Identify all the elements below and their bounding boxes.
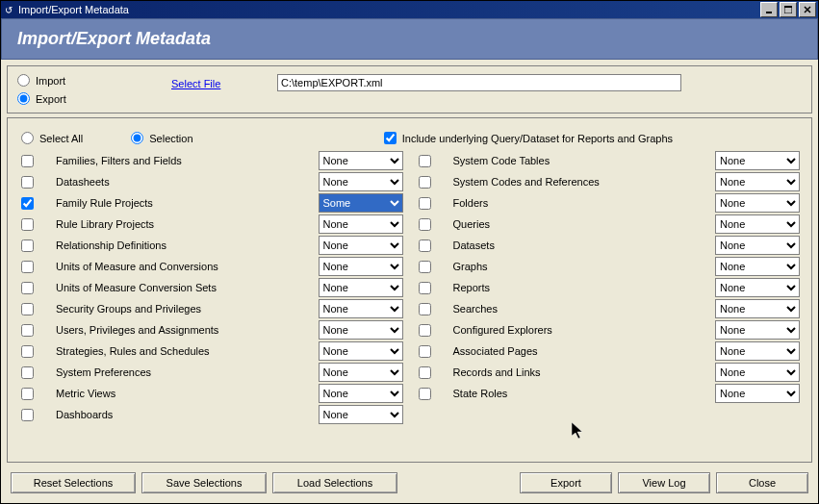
right-row: SearchesNoneSomeAll xyxy=(415,298,803,319)
view-log-button[interactable]: View Log xyxy=(618,472,710,493)
left-select[interactable]: NoneSomeAll xyxy=(319,363,403,382)
right-row: GraphsNoneSomeAll xyxy=(415,256,803,277)
left-select[interactable]: NoneSomeAll xyxy=(319,151,403,170)
svg-rect-2 xyxy=(784,6,792,8)
file-path-input[interactable] xyxy=(277,74,681,91)
load-selections-button[interactable]: Load Selections xyxy=(272,472,397,493)
right-label: System Code Tables xyxy=(453,155,716,166)
right-select[interactable]: NoneSomeAll xyxy=(715,214,800,234)
left-checkbox[interactable] xyxy=(21,282,34,294)
export-button[interactable]: Export xyxy=(520,472,612,493)
right-checkbox[interactable] xyxy=(419,261,431,273)
import-radio-label: Import xyxy=(36,75,65,87)
right-select[interactable]: NoneSomeAll xyxy=(715,236,800,255)
right-row: Records and LinksNoneSomeAll xyxy=(415,362,803,383)
left-checkbox[interactable] xyxy=(21,303,34,315)
right-label: Searches xyxy=(453,303,716,315)
import-radio[interactable]: Import xyxy=(17,74,171,87)
left-checkbox[interactable] xyxy=(21,176,34,189)
right-checkbox[interactable] xyxy=(419,176,431,189)
minimize-button[interactable] xyxy=(760,2,778,17)
left-select[interactable]: NoneSomeAll xyxy=(319,236,403,255)
left-select[interactable]: NoneSomeAll xyxy=(319,341,403,361)
left-row: DatasheetsNoneSomeAll xyxy=(17,171,405,192)
left-select[interactable]: NoneSomeAll xyxy=(319,320,403,340)
left-row: Units of Measure Conversion SetsNoneSome… xyxy=(17,277,405,298)
right-checkbox[interactable] xyxy=(419,197,431,210)
left-checkbox[interactable] xyxy=(21,197,34,210)
right-select[interactable]: NoneSomeAll xyxy=(715,257,800,276)
right-checkbox[interactable] xyxy=(419,218,431,231)
selection-label: Selection xyxy=(149,133,192,144)
selection-panel: Select All Selection Include underlying … xyxy=(7,117,812,463)
right-checkbox[interactable] xyxy=(419,345,431,358)
right-select[interactable]: NoneSomeAll xyxy=(715,384,800,403)
left-row: Security Groups and PrivilegesNoneSomeAl… xyxy=(17,298,405,319)
left-row: Relationship DefinitionsNoneSomeAll xyxy=(17,235,405,256)
left-checkbox[interactable] xyxy=(21,239,34,252)
left-select[interactable]: NoneSomeAll xyxy=(319,299,403,318)
right-checkbox[interactable] xyxy=(419,303,431,315)
right-select[interactable]: NoneSomeAll xyxy=(715,193,800,213)
left-checkbox[interactable] xyxy=(21,366,34,379)
select-all-label: Select All xyxy=(39,133,83,144)
left-select[interactable]: NoneSomeAll xyxy=(319,172,403,191)
select-file-link[interactable]: Select File xyxy=(171,78,220,89)
right-row: State RolesNoneSomeAll xyxy=(415,383,803,404)
include-underlying-checkbox[interactable] xyxy=(384,132,397,144)
left-label: Families, Filters and Fields xyxy=(56,155,319,166)
close-action-button[interactable]: Close xyxy=(716,472,808,493)
left-select[interactable]: NoneSomeAll xyxy=(319,384,403,403)
left-label: Users, Privileges and Assignments xyxy=(56,324,319,336)
right-checkbox[interactable] xyxy=(419,282,431,294)
right-select[interactable]: NoneSomeAll xyxy=(715,341,800,361)
close-button[interactable] xyxy=(799,2,816,17)
export-radio[interactable]: Export xyxy=(17,92,171,105)
button-bar: Reset Selections Save Selections Load Se… xyxy=(7,466,812,497)
selection-radio[interactable]: Selection xyxy=(131,132,192,144)
right-label: Folders xyxy=(453,197,716,209)
right-row: QueriesNoneSomeAll xyxy=(415,214,803,235)
app-icon: ↺ xyxy=(3,4,14,15)
left-checkbox[interactable] xyxy=(21,388,34,400)
save-selections-button[interactable]: Save Selections xyxy=(141,472,267,493)
right-select[interactable]: NoneSomeAll xyxy=(715,363,800,382)
left-select[interactable]: NoneSomeAll xyxy=(319,257,403,276)
right-checkbox[interactable] xyxy=(419,155,431,167)
right-select[interactable]: NoneSomeAll xyxy=(715,172,800,191)
left-label: Units of Measure Conversion Sets xyxy=(56,282,319,293)
right-select[interactable]: NoneSomeAll xyxy=(715,278,800,297)
left-row: Units of Measure and ConversionsNoneSome… xyxy=(17,256,405,277)
right-label: Queries xyxy=(453,218,716,230)
right-checkbox[interactable] xyxy=(419,324,431,337)
left-select[interactable]: NoneSomeAll xyxy=(319,278,403,297)
left-checkbox[interactable] xyxy=(21,218,34,231)
left-row: Users, Privileges and AssignmentsNoneSom… xyxy=(17,319,405,340)
left-checkbox[interactable] xyxy=(21,155,34,167)
right-row: DatasetsNoneSomeAll xyxy=(415,235,803,256)
left-label: Units of Measure and Conversions xyxy=(56,261,319,272)
left-label: Relationship Definitions xyxy=(56,239,319,251)
maximize-button[interactable] xyxy=(780,2,797,17)
left-select[interactable]: NoneSomeAll xyxy=(319,405,403,424)
left-checkbox[interactable] xyxy=(21,345,34,358)
right-checkbox[interactable] xyxy=(419,388,431,400)
right-select[interactable]: NoneSomeAll xyxy=(715,151,800,170)
right-checkbox[interactable] xyxy=(419,366,431,379)
left-select[interactable]: NoneSomeAll xyxy=(319,214,403,234)
reset-selections-button[interactable]: Reset Selections xyxy=(11,472,136,493)
left-select[interactable]: NoneSomeAll xyxy=(319,193,403,213)
right-label: Configured Explorers xyxy=(453,324,716,336)
right-select[interactable]: NoneSomeAll xyxy=(715,299,800,318)
left-checkbox[interactable] xyxy=(21,261,34,273)
left-checkbox[interactable] xyxy=(21,324,34,337)
left-checkbox[interactable] xyxy=(21,409,34,421)
left-label: Dashboards xyxy=(56,409,319,420)
right-row: Associated PagesNoneSomeAll xyxy=(415,340,803,362)
select-all-radio[interactable]: Select All xyxy=(21,132,83,144)
right-checkbox[interactable] xyxy=(419,239,431,252)
right-select[interactable]: NoneSomeAll xyxy=(715,320,800,340)
left-row: Families, Filters and FieldsNoneSomeAll xyxy=(17,150,405,171)
include-underlying-label: Include underlying Query/Dataset for Rep… xyxy=(402,133,673,144)
left-label: Rule Library Projects xyxy=(56,218,319,230)
